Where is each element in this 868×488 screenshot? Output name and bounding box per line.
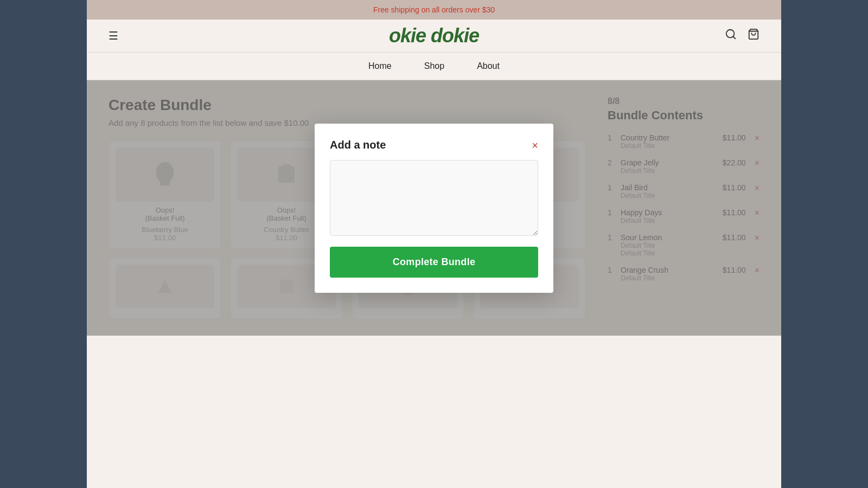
header-right <box>725 28 760 43</box>
main-content: Create Bundle Add any 8 products from th… <box>87 80 781 336</box>
modal-title: Add a note <box>330 139 386 151</box>
promo-text: Free shipping on all orders over $30 <box>373 5 495 14</box>
svg-line-1 <box>733 36 735 38</box>
nav-item-about[interactable]: About <box>477 61 500 71</box>
cart-icon[interactable] <box>748 28 760 43</box>
modal-overlay: Add a note × Complete Bundle <box>87 80 781 336</box>
add-note-modal: Add a note × Complete Bundle <box>315 124 553 293</box>
hamburger-icon[interactable]: ☰ <box>108 29 118 42</box>
nav-item-home[interactable]: Home <box>368 61 392 71</box>
site-nav: Home Shop About <box>87 53 781 80</box>
modal-close-button[interactable]: × <box>532 140 538 151</box>
site-header: ☰ okie dokie <box>87 20 781 53</box>
note-textarea[interactable] <box>330 160 538 236</box>
search-icon[interactable] <box>725 28 737 43</box>
complete-bundle-button[interactable]: Complete Bundle <box>330 247 538 278</box>
logo-text: okie dokie <box>389 24 479 47</box>
modal-header: Add a note × <box>330 139 538 151</box>
header-left: ☰ <box>108 29 118 42</box>
nav-item-shop[interactable]: Shop <box>424 61 444 71</box>
promo-banner: Free shipping on all orders over $30 <box>87 0 781 20</box>
site-logo: okie dokie <box>389 24 479 47</box>
